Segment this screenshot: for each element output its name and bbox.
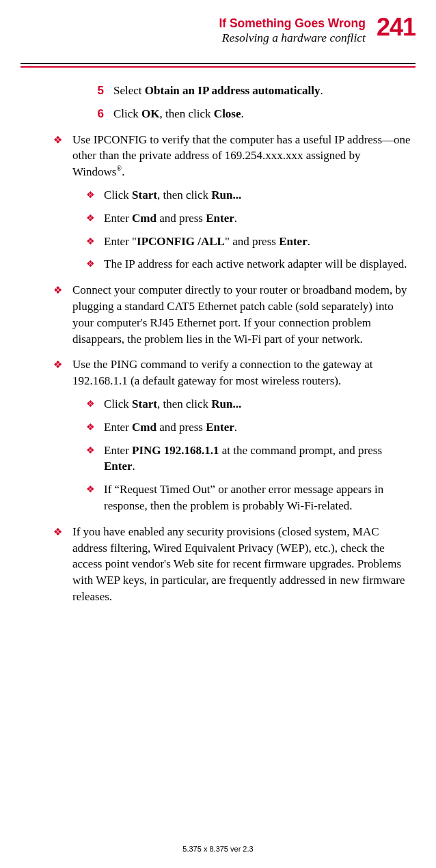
diamond-icon: ❖ [53,132,72,180]
diamond-icon: ❖ [53,524,72,605]
sub-bullet: ❖ Enter Cmd and press Enter. [86,419,415,436]
bullet-text: Use IPCONFIG to verify that the computer… [72,132,415,180]
bullet-text: If you have enabled any security provisi… [72,524,415,605]
chapter-title: If Something Goes Wrong [219,16,366,31]
divider-black [21,63,415,64]
bullet-text: If “Request Timed Out” or another error … [104,481,415,514]
page-number: 241 [377,15,415,40]
diamond-icon: ❖ [86,443,104,475]
bullet-text: Use the PING command to verify a connect… [72,356,415,389]
bullet-ipconfig: ❖ Use IPCONFIG to verify that the comput… [53,132,415,180]
diamond-icon: ❖ [86,256,104,272]
bullet-ethernet: ❖ Connect your computer directly to your… [53,282,415,347]
footer-text: 5.375 x 8.375 ver 2.3 [0,845,436,853]
bullet-text: Click Start, then click Run... [104,396,415,412]
page-header: If Something Goes Wrong Resolving a hard… [21,15,415,45]
divider-red [21,66,415,68]
sub-bullet: ❖ Enter PING 192.168.1.1 at the command … [86,443,415,475]
bullet-text: The IP address for each active network a… [104,256,415,272]
bullet-security: ❖ If you have enabled any security provi… [53,524,415,605]
step-number: 6 [81,106,113,122]
diamond-icon: ❖ [53,282,72,347]
diamond-icon: ❖ [86,187,104,204]
step-text: Click OK, then click Close. [113,106,415,122]
section-title: Resolving a hardware conflict [219,31,366,45]
sub-bullet: ❖ Enter Cmd and press Enter. [86,210,415,227]
diamond-icon: ❖ [53,356,72,389]
bullet-ping: ❖ Use the PING command to verify a conne… [53,356,415,389]
step-6: 6 Click OK, then click Close. [81,106,415,122]
sub-bullet: ❖ Enter "IPCONFIG /ALL" and press Enter. [86,234,415,250]
bullet-text: Click Start, then click Run... [104,187,415,204]
main-content: 5 Select Obtain an IP address automatica… [21,83,415,605]
step-5: 5 Select Obtain an IP address automatica… [81,83,415,99]
sub-bullet: ❖ Click Start, then click Run... [86,396,415,412]
bullet-text: Enter Cmd and press Enter. [104,210,415,227]
diamond-icon: ❖ [86,234,104,250]
diamond-icon: ❖ [86,419,104,436]
sub-bullet: ❖ If “Request Timed Out” or another erro… [86,481,415,514]
step-number: 5 [81,83,113,99]
step-text: Select Obtain an IP address automaticall… [113,83,415,99]
bullet-text: Enter "IPCONFIG /ALL" and press Enter. [104,234,415,250]
bullet-text: Enter Cmd and press Enter. [104,419,415,436]
header-text-block: If Something Goes Wrong Resolving a hard… [219,15,366,45]
diamond-icon: ❖ [86,210,104,227]
sub-bullet: ❖ Click Start, then click Run... [86,187,415,204]
sub-bullet: ❖ The IP address for each active network… [86,256,415,272]
bullet-text: Enter PING 192.168.1.1 at the command pr… [104,443,415,475]
diamond-icon: ❖ [86,396,104,412]
bullet-text: Connect your computer directly to your r… [72,282,415,347]
diamond-icon: ❖ [86,481,104,514]
